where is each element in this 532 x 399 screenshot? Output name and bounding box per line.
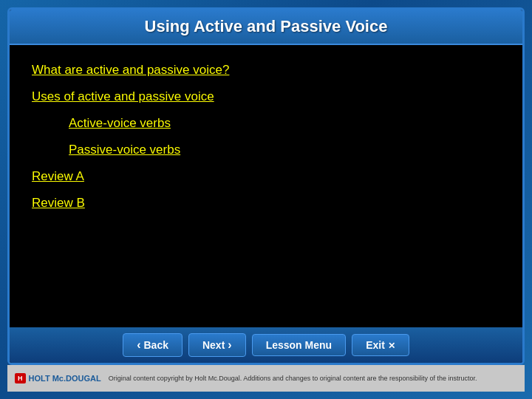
- chevron-left-icon: [137, 338, 140, 352]
- nav-link-review-b[interactable]: Review B: [32, 193, 500, 214]
- back-button[interactable]: Back: [123, 333, 183, 357]
- exit-label: Exit: [366, 339, 385, 351]
- chevron-right-icon: [228, 338, 231, 352]
- lesson-menu-button[interactable]: Lesson Menu: [252, 334, 346, 356]
- main-panel: Using Active and Passive Voice What are …: [7, 7, 525, 365]
- brand-logo: H HOLT Mc.DOUGAL: [15, 373, 101, 383]
- content-area: What are active and passive voice?Uses o…: [10, 45, 522, 327]
- back-label: Back: [144, 339, 168, 351]
- bottom-bar: Back Next Lesson Menu Exit: [10, 327, 522, 363]
- next-button[interactable]: Next: [188, 333, 246, 357]
- title-bar: Using Active and Passive Voice: [10, 10, 522, 45]
- exit-button[interactable]: Exit: [352, 334, 409, 356]
- page-title: Using Active and Passive Voice: [145, 17, 388, 35]
- close-icon: [388, 339, 395, 351]
- nav-link-uses-of[interactable]: Uses of active and passive voice: [32, 86, 500, 107]
- nav-link-passive-verbs[interactable]: Passive-voice verbs: [69, 140, 500, 160]
- lesson-menu-label: Lesson Menu: [266, 339, 332, 351]
- brand-name: HOLT Mc.DOUGAL: [29, 374, 101, 383]
- nav-link-review-a[interactable]: Review A: [32, 166, 500, 187]
- nav-link-what-are[interactable]: What are active and passive voice?: [32, 60, 500, 81]
- app-container: Using Active and Passive Voice What are …: [0, 0, 532, 399]
- footer-bar: H HOLT Mc.DOUGAL Original content copyri…: [7, 365, 525, 392]
- next-label: Next: [202, 339, 225, 351]
- brand-icon: H: [15, 373, 26, 383]
- nav-link-active-verbs[interactable]: Active-voice verbs: [69, 113, 500, 134]
- footer-copyright: Original content copyright by Holt Mc.Do…: [109, 375, 477, 382]
